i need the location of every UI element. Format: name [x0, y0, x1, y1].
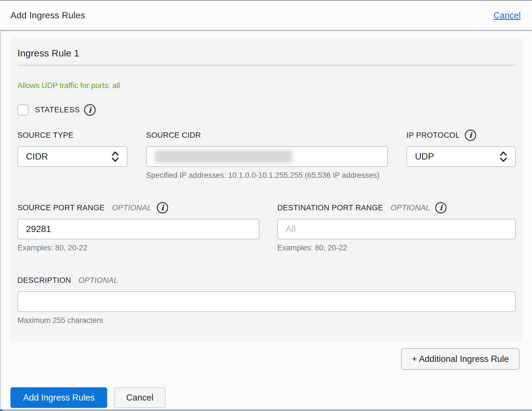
- source-port-range-field: SOURCE PORT RANGE OPTIONAL i Examples: 8…: [17, 202, 260, 252]
- description-helper: Maximum 255 characters: [17, 316, 516, 325]
- background-button-fragment: [0, 409, 3, 411]
- source-type-select[interactable]: CIDR: [17, 146, 127, 167]
- traffic-note: Allows UDP traffic for ports: all: [17, 81, 516, 90]
- info-icon[interactable]: i: [84, 104, 96, 116]
- ip-protocol-label: IP PROTOCOL: [406, 131, 460, 140]
- info-icon[interactable]: i: [465, 130, 476, 141]
- ip-protocol-field: IP PROTOCOL i UDP: [406, 129, 516, 180]
- source-port-range-input[interactable]: [17, 219, 260, 239]
- source-cidr-label: SOURCE CIDR: [146, 131, 201, 140]
- source-cidr-helper: Specified IP addresses: 10.1.0.0-10.1.25…: [146, 171, 388, 180]
- source-port-range-label: SOURCE PORT RANGE: [17, 204, 105, 212]
- page-title: Add Ingress Rules: [10, 10, 85, 21]
- ip-protocol-select[interactable]: UDP: [406, 146, 516, 167]
- destination-port-range-input[interactable]: [277, 219, 516, 239]
- add-ingress-rules-button[interactable]: Add Ingress Rules: [10, 387, 107, 408]
- rule-title: Ingress Rule 1: [17, 48, 516, 59]
- info-icon[interactable]: i: [157, 202, 168, 213]
- source-type-label: SOURCE TYPE: [17, 131, 74, 140]
- form-row-description: DESCRIPTION OPTIONAL Maximum 255 charact…: [17, 274, 516, 325]
- stateless-label: STATELESS: [35, 106, 80, 114]
- stateless-row: STATELESS i: [17, 104, 516, 116]
- optional-tag: OPTIONAL: [112, 204, 152, 212]
- source-port-range-helper: Examples: 80, 20-22: [17, 244, 260, 252]
- bottom-divider: [0, 409, 532, 411]
- rule-title-divider: [17, 65, 516, 65]
- additional-rule-row: + Additional Ingress Rule: [0, 348, 520, 370]
- info-icon[interactable]: i: [435, 202, 447, 213]
- cancel-button[interactable]: Cancel: [114, 387, 166, 408]
- cancel-link[interactable]: Cancel: [494, 10, 521, 21]
- panel-header: Add Ingress Rules Cancel: [0, 1, 532, 30]
- description-input[interactable]: [17, 291, 516, 312]
- header-divider: [0, 30, 532, 31]
- select-chevrons-icon: [500, 150, 507, 163]
- select-chevrons-icon: [111, 150, 119, 163]
- stateless-checkbox[interactable]: [17, 104, 28, 115]
- source-type-value: CIDR: [26, 151, 48, 162]
- ip-protocol-value: UDP: [415, 151, 434, 162]
- source-cidr-input[interactable]: [146, 146, 388, 167]
- form-row-source: SOURCE TYPE CIDR SOURCE CIDR Specified I…: [17, 129, 516, 180]
- description-field: DESCRIPTION OPTIONAL Maximum 255 charact…: [17, 274, 516, 325]
- form-row-ports: SOURCE PORT RANGE OPTIONAL i Examples: 8…: [17, 202, 516, 252]
- destination-port-range-label: DESTINATION PORT RANGE: [277, 204, 383, 212]
- additional-ingress-rule-button[interactable]: + Additional Ingress Rule: [401, 348, 520, 370]
- description-label: DESCRIPTION: [17, 276, 71, 285]
- optional-tag: OPTIONAL: [78, 276, 118, 285]
- source-cidr-field: SOURCE CIDR Specified IP addresses: 10.1…: [146, 129, 388, 180]
- source-type-field: SOURCE TYPE CIDR: [17, 129, 127, 180]
- form-actions-row: Add Ingress Rules Cancel: [10, 387, 532, 408]
- destination-port-range-field: DESTINATION PORT RANGE OPTIONAL i Exampl…: [277, 202, 516, 252]
- ingress-rule-panel: Ingress Rule 1 Allows UDP traffic for po…: [10, 38, 523, 342]
- optional-tag: OPTIONAL: [391, 204, 430, 212]
- destination-port-range-helper: Examples: 80, 20-22: [277, 244, 516, 252]
- panel-left-edge: [0, 30, 1, 411]
